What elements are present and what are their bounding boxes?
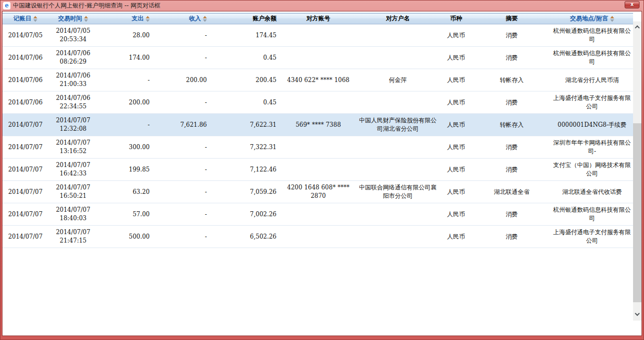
cell-date: 2014/07/07	[2, 136, 48, 158]
column-header-3[interactable]: 收入	[154, 13, 211, 24]
table-row[interactable]: 2014/07/062014/07/0608:26:29174.00-0.45人…	[2, 47, 633, 69]
cell-name	[356, 136, 440, 158]
cell-time: 2014/07/0712:32:08	[48, 114, 98, 136]
sort-arrows-icon	[610, 16, 614, 22]
cell-summary: 消费	[472, 24, 551, 46]
cell-balance: 200.45	[211, 69, 280, 91]
cell-time: 2014/07/0608:26:29	[48, 47, 98, 69]
table-row[interactable]: 2014/07/072014/07/0713:16:52300.00-7,322…	[2, 136, 633, 159]
cell-currency: 人民币	[440, 181, 472, 203]
cell-time: 2014/07/0718:40:03	[48, 203, 98, 225]
cell-time: 2014/07/0622:34:55	[48, 91, 98, 113]
cell-account: 4200 1648 608* **** 2870	[280, 181, 356, 203]
column-header-9[interactable]: 交易地点/附言	[551, 13, 633, 24]
cell-summary: 湖北联通全省	[472, 181, 551, 203]
cell-account	[280, 203, 356, 225]
titlebar: e 中国建设银行个人网上银行-账户明细查询 -- 网页对话框 x	[0, 0, 644, 11]
cell-account: 4340 622* **** 1068	[280, 69, 356, 91]
cell-in: -	[154, 181, 211, 203]
table-row[interactable]: 2014/07/072014/07/0721:47:15500.00-6,502…	[2, 226, 633, 248]
sort-arrows-icon	[146, 16, 150, 22]
cell-place: 上海盛付通电子支付服务有限公司	[551, 226, 633, 248]
cell-place: 湖北省分行人民币清	[551, 69, 633, 91]
cell-in: -	[154, 226, 211, 248]
window-title: 中国建设银行个人网上银行-账户明细查询 -- 网页对话框	[13, 1, 161, 10]
table-row[interactable]: 2014/07/062014/07/0621:00:33-200.00200.4…	[2, 69, 633, 91]
cell-account	[280, 226, 356, 248]
cell-summary: 消费	[472, 91, 551, 113]
cell-name	[356, 159, 440, 180]
cell-currency: 人民币	[440, 69, 472, 91]
column-header-5: 对方账号	[280, 13, 356, 24]
close-button[interactable]: x	[625, 1, 640, 8]
cell-balance: 174.45	[211, 24, 280, 46]
column-header-7: 币种	[440, 13, 472, 24]
cell-time: 2014/07/0520:53:34	[48, 24, 98, 46]
cell-currency: 人民币	[440, 136, 472, 158]
grid-body: 2014/07/052014/07/0520:53:3428.00-174.45…	[2, 24, 633, 248]
scrollbar-down-icon[interactable]	[633, 311, 642, 319]
column-header-2[interactable]: 支出	[98, 13, 154, 24]
cell-place: 杭州银通数码信息科技有限公司	[551, 47, 633, 69]
cell-out: -	[98, 69, 154, 91]
sort-arrows-icon	[203, 16, 207, 22]
sort-arrows-icon	[84, 16, 88, 22]
cell-place: 深圳市年年卡网络科技有限公司-	[551, 136, 633, 158]
cell-summary: 消费	[472, 226, 551, 248]
cell-name: 何金萍	[356, 69, 440, 91]
cell-time: 2014/07/0716:50:21	[48, 181, 98, 203]
cell-in: -	[154, 47, 211, 69]
column-header-1[interactable]: 交易时间	[48, 13, 98, 24]
cell-in: -	[154, 159, 211, 180]
cell-out: 28.00	[98, 24, 154, 46]
column-label: 币种	[450, 14, 462, 23]
cell-date: 2014/07/07	[2, 226, 48, 248]
cell-in: 7,621.86	[154, 114, 211, 136]
cell-in: -	[154, 203, 211, 225]
cell-date: 2014/07/06	[2, 91, 48, 113]
cell-time: 2014/07/0713:16:52	[48, 136, 98, 158]
cell-out: -	[98, 114, 154, 136]
cell-name: 中国人民财产保险股份有限公司湖北省分公司	[356, 114, 440, 136]
cell-in: -	[154, 24, 211, 46]
table-row[interactable]: 2014/07/062014/07/0622:34:55200.00-0.45人…	[2, 91, 633, 114]
column-label: 交易地点/附言	[570, 14, 608, 23]
cell-in: -	[154, 91, 211, 113]
cell-date: 2014/07/05	[2, 24, 48, 46]
table-row[interactable]: 2014/07/052014/07/0520:53:3428.00-174.45…	[2, 24, 633, 47]
scrollbar-thumb[interactable]	[633, 123, 642, 302]
cell-currency: 人民币	[440, 226, 472, 248]
column-label: 账户余额	[253, 14, 276, 23]
table-row[interactable]: 2014/07/072014/07/0712:32:08-7,621.867,6…	[2, 114, 633, 136]
cell-date: 2014/07/07	[2, 114, 48, 136]
cell-balance: 7,322.31	[211, 136, 280, 158]
cell-summary: 转帐存入	[472, 69, 551, 91]
ie-icon: e	[3, 2, 10, 9]
cell-place: 上海盛付通电子支付服务有限公司	[551, 91, 633, 113]
column-label: 支出	[132, 14, 144, 23]
cell-summary: 消费	[472, 203, 551, 225]
chevron-down-icon	[635, 311, 640, 316]
dialog-content: 记账日交易时间支出收入账户余额对方账号对方户名币种摘要交易地点/附言 2014/…	[2, 11, 642, 336]
cell-time: 2014/07/0721:47:15	[48, 226, 98, 248]
column-header-0[interactable]: 记账日	[2, 13, 48, 24]
cell-account	[280, 136, 356, 158]
cell-out: 63.20	[98, 181, 154, 203]
scrollbar-up-icon[interactable]	[633, 23, 642, 31]
table-row[interactable]: 2014/07/072014/07/0716:42:33199.85-7,122…	[2, 159, 633, 181]
cell-balance: 0.45	[211, 91, 280, 113]
vertical-scrollbar[interactable]	[633, 21, 642, 321]
sort-arrows-icon	[33, 16, 37, 22]
column-label: 记账日	[13, 14, 31, 23]
table-row[interactable]: 2014/07/072014/07/0718:40:0357.00-7,002.…	[2, 203, 633, 226]
column-header-4: 账户余额	[211, 13, 280, 24]
cell-summary: 消费	[472, 159, 551, 180]
cell-date: 2014/07/07	[2, 159, 48, 180]
cell-name	[356, 226, 440, 248]
cell-currency: 人民币	[440, 47, 472, 69]
cell-name	[356, 47, 440, 69]
cell-place: 湖北联通全省代收话费	[551, 181, 633, 203]
table-row[interactable]: 2014/07/072014/07/0716:50:2163.20-7,059.…	[2, 181, 633, 203]
cell-account	[280, 24, 356, 46]
cell-out: 200.00	[98, 91, 154, 113]
